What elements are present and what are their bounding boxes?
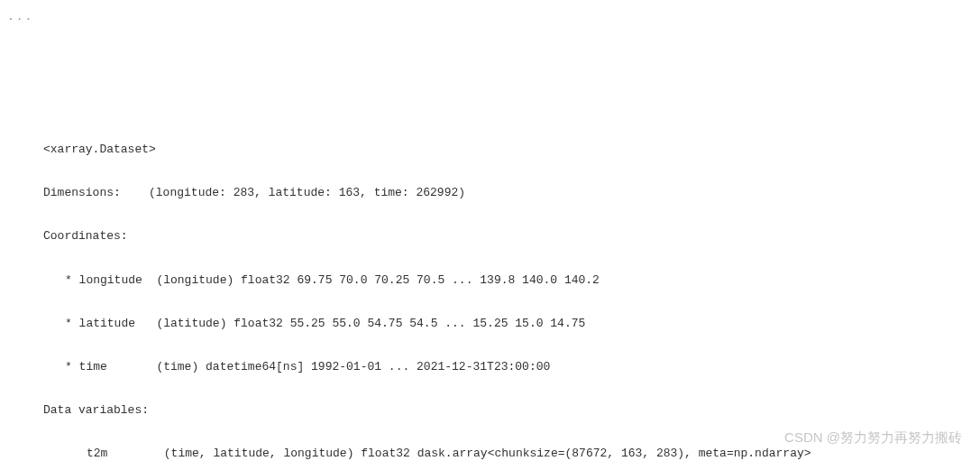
coord-longitude: * longitude (longitude) float32 69.75 70… (43, 270, 962, 291)
output-ellipsis-prefix: ··· (7, 9, 33, 31)
coord-latitude: * latitude (latitude) float32 55.25 55.0… (43, 313, 962, 335)
coord-time: * time (time) datetime64[ns] 1992-01-01 … (43, 356, 962, 378)
coordinates-label: Coordinates: (43, 226, 962, 247)
datavars-label: Data variables: (43, 400, 962, 421)
notebook-output-block: <xarray.Dataset> Dimensions: (longitude:… (43, 117, 962, 461)
dimensions-line: Dimensions: (longitude: 283, latitude: 1… (43, 182, 962, 204)
dataset-header: <xarray.Dataset> (43, 139, 962, 161)
csdn-watermark: CSDN @努力努力再努力搬砖 (784, 425, 962, 450)
